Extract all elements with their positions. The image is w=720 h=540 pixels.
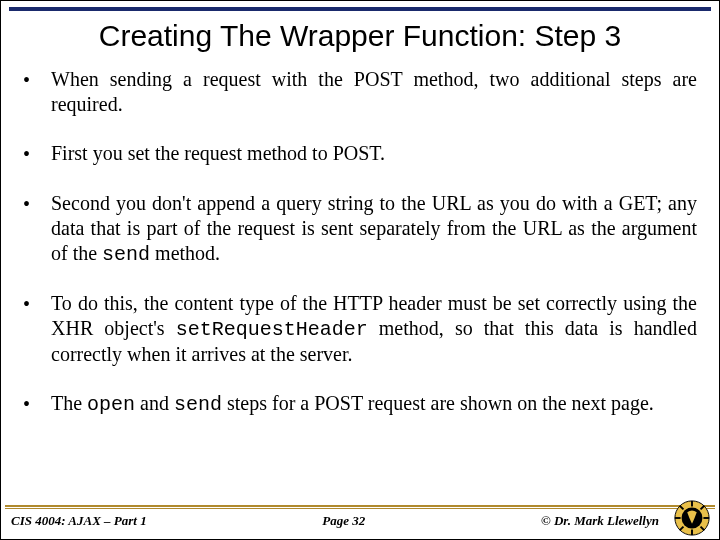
code-span: send [174, 393, 222, 416]
top-rule [9, 7, 711, 11]
bullet-text: To do this, the content type of the HTTP… [51, 291, 697, 367]
text-span: method. [150, 242, 220, 264]
bullet-text: First you set the request method to POST… [51, 141, 697, 167]
code-span: open [87, 393, 135, 416]
slide-content: • When sending a request with the POST m… [23, 67, 697, 441]
slide-title: Creating The Wrapper Function: Step 3 [1, 19, 719, 53]
bullet-text: Second you don't append a query string t… [51, 191, 697, 267]
text-span: The [51, 392, 87, 414]
text-span: and [135, 392, 174, 414]
bullet-marker: • [23, 141, 51, 167]
footer-rule [5, 505, 715, 507]
bullet-marker: • [23, 291, 51, 367]
bullet-marker: • [23, 191, 51, 267]
footer-row: CIS 4004: AJAX – Part 1 Page 32 © Dr. Ma… [11, 513, 659, 529]
bullet-item: • The open and send steps for a POST req… [23, 391, 697, 417]
footer-page: Page 32 [322, 513, 365, 529]
bullet-marker: • [23, 391, 51, 417]
bullet-item: • Second you don't append a query string… [23, 191, 697, 267]
footer-copyright: © Dr. Mark Llewellyn [541, 513, 659, 529]
bullet-item: • When sending a request with the POST m… [23, 67, 697, 117]
slide-footer: CIS 4004: AJAX – Part 1 Page 32 © Dr. Ma… [1, 505, 719, 539]
code-span: send [102, 243, 150, 266]
code-span: setRequestHeader [176, 318, 368, 341]
footer-rule [5, 508, 715, 509]
bullet-text: When sending a request with the POST met… [51, 67, 697, 117]
footer-course: CIS 4004: AJAX – Part 1 [11, 513, 147, 529]
slide: Creating The Wrapper Function: Step 3 • … [0, 0, 720, 540]
bullet-item: • To do this, the content type of the HT… [23, 291, 697, 367]
bullet-marker: • [23, 67, 51, 117]
ucf-logo-icon [673, 499, 711, 537]
bullet-text: The open and send steps for a POST reque… [51, 391, 697, 417]
text-span: steps for a POST request are shown on th… [222, 392, 654, 414]
bullet-item: • First you set the request method to PO… [23, 141, 697, 167]
